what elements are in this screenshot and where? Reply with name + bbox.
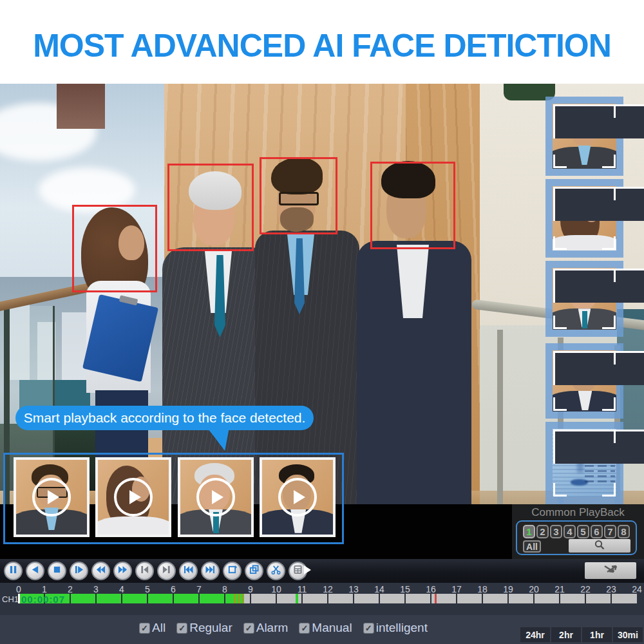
common-playback-title: Common PlayBack xyxy=(512,506,644,519)
hour-label-18: 18 xyxy=(473,584,492,594)
play-button[interactable] xyxy=(196,478,235,516)
copy-icon xyxy=(249,565,259,577)
playback-clip-woman[interactable] xyxy=(95,457,171,537)
hour-label-3: 3 xyxy=(86,584,106,594)
channel-button-7[interactable]: 7 xyxy=(604,525,616,538)
hour-tick xyxy=(430,594,431,603)
search-button[interactable] xyxy=(569,539,630,553)
hour-tick xyxy=(379,594,380,603)
play-button[interactable] xyxy=(114,478,153,516)
hour-label-4: 4 xyxy=(112,584,131,594)
range-button-24hr[interactable]: 24hr xyxy=(520,627,550,642)
play-frame-icon xyxy=(74,565,84,577)
save-icon xyxy=(293,565,303,577)
filter-regular[interactable]: ✓Regular xyxy=(176,621,232,635)
all-channels-button[interactable]: All xyxy=(523,540,541,553)
filter-label: Alarm xyxy=(256,621,289,635)
detected-face-elder-man[interactable] xyxy=(545,261,623,337)
cut-button[interactable] xyxy=(267,562,285,580)
play-reverse-icon xyxy=(30,565,40,577)
filter-manual[interactable]: ✓Manual xyxy=(299,621,352,635)
magnifier-icon xyxy=(594,539,605,553)
face-detection-box xyxy=(260,157,337,234)
hour-tick xyxy=(559,594,560,603)
playback-clip-young-man[interactable] xyxy=(260,457,336,537)
detected-face-man-glasses[interactable] xyxy=(545,97,623,176)
channel-button-8[interactable]: 8 xyxy=(618,525,630,538)
corner-bracket-icon xyxy=(602,104,616,118)
hour-tick xyxy=(533,594,535,603)
alarm-tick xyxy=(242,594,243,603)
playback-control-bar xyxy=(0,559,644,583)
channel-button-1[interactable]: 1 xyxy=(523,525,535,538)
green-event-marker xyxy=(296,594,298,603)
hour-tick xyxy=(327,594,328,603)
channel-button-3[interactable]: 3 xyxy=(550,525,562,538)
channel-button-6[interactable]: 6 xyxy=(591,525,603,538)
pause-button[interactable] xyxy=(4,562,23,580)
prev-file-button[interactable] xyxy=(179,562,198,580)
hour-tick xyxy=(353,594,354,603)
play-button[interactable] xyxy=(278,478,317,516)
hour-label-5: 5 xyxy=(138,584,157,594)
red-event-marker xyxy=(435,594,437,603)
filter-label: All xyxy=(152,621,166,635)
rewind-button[interactable] xyxy=(91,562,110,580)
stop-button[interactable] xyxy=(48,562,66,580)
copy-button[interactable] xyxy=(245,562,263,580)
checkbox-manual[interactable]: ✓ xyxy=(299,623,310,634)
hour-label-22: 22 xyxy=(576,584,595,594)
hour-tick xyxy=(198,594,200,603)
play-reverse-button[interactable] xyxy=(26,562,44,580)
channel-button-2[interactable]: 2 xyxy=(536,525,549,538)
corner-bracket-icon xyxy=(602,187,616,200)
next-frame-button[interactable] xyxy=(157,562,176,580)
channel-button-5[interactable]: 5 xyxy=(577,525,589,538)
hour-tick xyxy=(276,594,277,603)
railing-post xyxy=(497,330,503,506)
corner-bracket-icon xyxy=(553,104,644,138)
corner-bracket-icon xyxy=(602,269,616,282)
prev-frame-button[interactable] xyxy=(135,562,154,580)
page-title: MOST ADVANCED AI FACE DETICTION xyxy=(0,27,644,64)
hour-tick xyxy=(250,594,251,603)
checkbox-all[interactable]: ✓ xyxy=(139,623,150,634)
play-frame-button[interactable] xyxy=(70,562,88,580)
hour-label-7: 7 xyxy=(189,584,209,594)
corner-bracket-icon xyxy=(553,483,567,497)
filter-all[interactable]: ✓All xyxy=(139,621,166,635)
loop-button[interactable] xyxy=(223,562,242,580)
play-button[interactable] xyxy=(32,478,71,516)
playback-clip-man-glasses[interactable] xyxy=(14,457,90,537)
alarm-tick xyxy=(238,594,240,603)
range-button-2hr[interactable]: 2hr xyxy=(551,627,581,642)
timeline-bar[interactable] xyxy=(19,594,637,603)
checkbox-intelligent[interactable]: ✓ xyxy=(363,623,374,634)
channel-button-4[interactable]: 4 xyxy=(564,525,576,538)
checkbox-alarm[interactable]: ✓ xyxy=(243,623,254,634)
detected-face-young-man[interactable] xyxy=(545,343,623,419)
range-button-1hr[interactable]: 1hr xyxy=(582,627,612,642)
hour-tick xyxy=(585,594,586,603)
corner-bracket-icon xyxy=(602,155,616,168)
hour-label-12: 12 xyxy=(318,584,337,594)
screenshot-root: MOST ADVANCED AI FACE DETICTION xyxy=(0,0,644,644)
detected-face-woman[interactable] xyxy=(545,179,623,258)
face-detection-box xyxy=(370,162,455,249)
checkbox-regular[interactable]: ✓ xyxy=(176,623,187,634)
hour-label-20: 20 xyxy=(524,584,544,594)
time-range-buttons: 24hr2hr1hr30mi xyxy=(520,627,643,642)
hour-label-6: 6 xyxy=(164,584,183,594)
loop-icon xyxy=(227,565,237,577)
prev-file-icon xyxy=(184,565,193,577)
filter-alarm[interactable]: ✓Alarm xyxy=(243,621,289,635)
filter-intelligent[interactable]: ✓intelligent xyxy=(363,621,428,635)
swap-button[interactable] xyxy=(585,562,636,579)
expand-arrow-icon[interactable] xyxy=(304,565,311,574)
range-button-30mi[interactable]: 30mi xyxy=(613,627,643,642)
next-file-button[interactable] xyxy=(201,562,220,580)
playback-clip-elder-man[interactable] xyxy=(178,457,254,537)
fast-forward-button[interactable] xyxy=(113,562,132,580)
hour-label-0: 0 xyxy=(9,584,28,594)
corner-bracket-icon xyxy=(553,397,567,411)
